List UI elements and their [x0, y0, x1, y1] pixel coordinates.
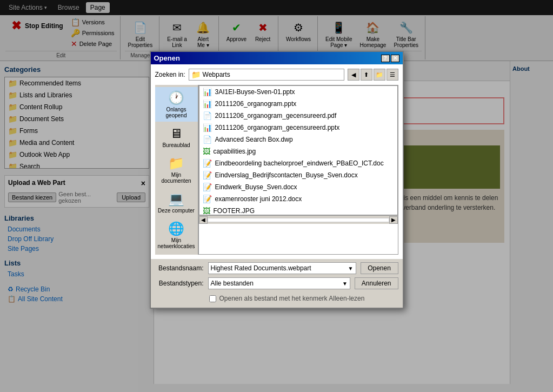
h-scrollbar[interactable]: ◀ ▶	[199, 215, 398, 224]
computer-icon: 💻	[168, 191, 184, 207]
file-item-6[interactable]: 📝 Eindbeoordeling bachelorproef_eindwerk…	[199, 157, 397, 169]
dialog-close-btn[interactable]: ✕	[391, 55, 399, 62]
filetype-input[interactable]: Alle bestanden ▼	[208, 277, 350, 289]
open-file-dialog: Openen ? ✕ Zoeken in: 📁 Webparts ◀ ⬆ 📁 ☰	[150, 51, 404, 309]
nav-new-folder-btn[interactable]: 📁	[374, 69, 385, 81]
location-input[interactable]: 📁 Webparts	[189, 69, 344, 81]
doc-icon-8: 📝	[203, 183, 212, 191]
jpg-icon-5: 🖼	[203, 147, 210, 156]
jpg-icon-10: 🖼	[203, 207, 210, 215]
file-item-5[interactable]: 🖼 capabilities.jpg	[199, 145, 397, 157]
dialog-form: Bestandsnaam: Highest Rated Documents.we…	[151, 259, 403, 308]
dialog-overlay: Openen ? ✕ Zoeken in: 📁 Webparts ◀ ⬆ 📁 ☰	[0, 0, 553, 384]
filename-dropdown-arrow[interactable]: ▼	[348, 265, 354, 271]
doc-icon-6: 📝	[203, 159, 212, 168]
ppt-icon-3: 📊	[203, 123, 212, 132]
network-icon: 🌐	[168, 221, 184, 236]
dwp-icon-4: 📄	[203, 135, 212, 144]
filename-input[interactable]: Highest Rated Documents.webpart ▼	[208, 262, 356, 274]
file-item-8[interactable]: 📝 Eindwerk_Buyse_Sven.docx	[199, 181, 397, 193]
nav-this-computer[interactable]: 💻 Deze computer	[155, 188, 198, 217]
ppt-icon-0: 📊	[203, 88, 212, 96]
scroll-left-btn[interactable]: ◀	[199, 216, 208, 224]
nav-recent[interactable]: 🕐 Onlangsgeopend	[155, 87, 198, 122]
dialog-file-list[interactable]: 📊 3AI1EI-Buyse-Sven-01.pptx 📊 20111206_o…	[199, 85, 398, 215]
dialog-controls: ? ✕	[381, 55, 399, 62]
recent-icon: 🕐	[168, 90, 184, 105]
open-button[interactable]: Openen	[361, 262, 398, 274]
file-item-10[interactable]: 🖼 FOOTER.JPG	[199, 205, 397, 215]
nav-network[interactable]: 🌐 Mijnnetwerklocaties	[155, 218, 198, 253]
filetype-dropdown-arrow[interactable]: ▼	[342, 281, 348, 287]
file-item-2[interactable]: 📄 20111206_organogram_gecensureerd.pdf	[199, 110, 397, 122]
nav-my-docs[interactable]: 📁 Mijndocumenten	[155, 152, 198, 187]
location-folder-icon: 📁	[191, 70, 201, 79]
nav-up-btn[interactable]: ⬆	[361, 69, 372, 81]
file-item-4[interactable]: 📄 Advanced Search Box.dwp	[199, 134, 397, 145]
file-item-1[interactable]: 📊 20111206_organogram.pptx	[199, 98, 397, 110]
dialog-nav-buttons: ◀ ⬆ 📁 ☰	[348, 69, 398, 81]
nav-back-btn[interactable]: ◀	[348, 69, 359, 81]
filetype-value: Alle bestanden	[211, 280, 254, 287]
dialog-left-nav: 🕐 Onlangsgeopend 🖥 Bureaublad 📁 Mijndocu…	[155, 85, 198, 255]
filename-label: Bestandsnaam:	[155, 264, 204, 272]
file-list-container: 📊 3AI1EI-Buyse-Sven-01.pptx 📊 20111206_o…	[198, 85, 398, 255]
desktop-icon: 🖥	[170, 126, 183, 141]
file-item-7[interactable]: 📝 Eindverslag_Bedrijfscontacten_Buyse_Sv…	[199, 169, 397, 181]
nav-desktop[interactable]: 🖥 Bureaublad	[155, 123, 198, 151]
file-item-3[interactable]: 📊 20111206_organogram_gecensureerd.pptx	[199, 122, 397, 134]
doc-icon-9: 📝	[203, 195, 212, 203]
readonly-label: Openen als bestand met het kenmerk Allee…	[219, 295, 365, 302]
dialog-body: Zoeken in: 📁 Webparts ◀ ⬆ 📁 ☰ 🕐	[151, 64, 403, 259]
readonly-checkbox[interactable]	[209, 295, 216, 302]
dialog-question-btn[interactable]: ?	[381, 55, 390, 62]
dialog-main-area: 🕐 Onlangsgeopend 🖥 Bureaublad 📁 Mijndocu…	[155, 85, 398, 255]
file-item-9[interactable]: 📝 examenrooster juni 2012.docx	[199, 193, 397, 205]
dialog-titlebar: Openen ? ✕	[151, 52, 403, 64]
nav-view-btn[interactable]: ☰	[387, 69, 398, 81]
filetype-row: Bestandstypen: Alle bestanden ▼ Annulere…	[155, 277, 398, 289]
cancel-button[interactable]: Annuleren	[355, 277, 398, 289]
scroll-track	[208, 218, 389, 222]
scroll-right-btn[interactable]: ▶	[389, 216, 398, 224]
filename-row: Bestandsnaam: Highest Rated Documents.we…	[155, 262, 398, 274]
doc-icon-7: 📝	[203, 171, 212, 180]
ppt-icon-1: 📊	[203, 99, 212, 108]
dialog-location-bar: Zoeken in: 📁 Webparts ◀ ⬆ 📁 ☰	[155, 69, 398, 81]
my-docs-icon: 📁	[168, 156, 184, 171]
location-label: Zoeken in:	[155, 71, 185, 78]
readonly-row: Openen als bestand met het kenmerk Allee…	[155, 293, 398, 304]
pdf-icon-2: 📄	[203, 111, 212, 120]
filename-value: Highest Rated Documents.webpart	[211, 264, 311, 272]
dialog-title: Openen	[154, 54, 180, 62]
filetype-label: Bestandstypen:	[155, 280, 204, 287]
location-value: Webparts	[203, 71, 230, 78]
file-item-0[interactable]: 📊 3AI1EI-Buyse-Sven-01.pptx	[199, 86, 397, 98]
